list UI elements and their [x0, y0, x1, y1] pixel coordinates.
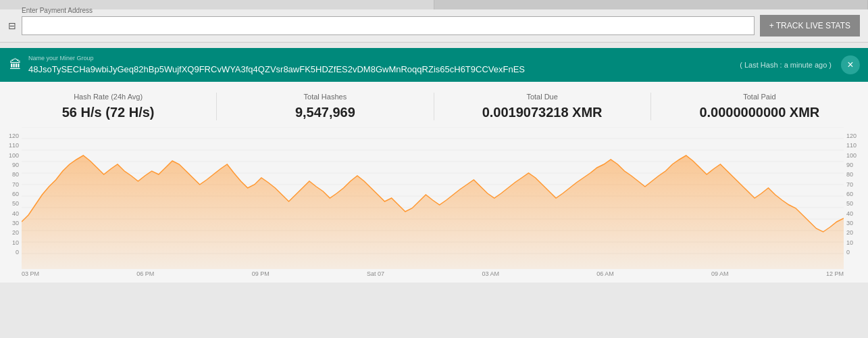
miner-info: Name your Miner Group 48JsoTySECHa9wbiJy…: [28, 55, 525, 75]
x-label-7: 09 AM: [711, 270, 729, 277]
payment-address-label: Enter Payment Address: [22, 7, 93, 14]
stat-hash-rate-value: 56 H/s (72 H/s): [0, 105, 216, 120]
stat-hash-rate: Hash Rate (24h Avg) 56 H/s (72 H/s): [0, 93, 217, 120]
stat-total-due-value: 0.0019073218 XMR: [434, 105, 650, 120]
stat-total-hashes-value: 9,547,969: [217, 105, 433, 120]
x-label-1: 03 PM: [22, 270, 39, 277]
payment-input-wrapper: Enter Payment Address: [22, 16, 755, 35]
x-label-4: Sat 07: [367, 270, 384, 277]
miner-name-label: Name your Miner Group: [28, 55, 525, 62]
x-label-8: 12 PM: [826, 270, 844, 277]
miner-address: 48JsoTySECHa9wbiJyGeq82hBp5WujfXQ9FRCvWY…: [28, 64, 525, 74]
stat-hash-rate-label: Hash Rate (24h Avg): [0, 93, 216, 101]
hash-rate-chart: [22, 127, 844, 269]
x-label-2: 06 PM: [136, 270, 154, 277]
y-axis-left: 120 110 100 90 80 70 60 50 40 30 20 10 0: [0, 127, 22, 269]
x-label-3: 09 PM: [252, 270, 270, 277]
x-label-6: 06 AM: [596, 270, 614, 277]
top-tab-bar: [0, 0, 868, 9]
stat-total-due: Total Due 0.0019073218 XMR: [434, 93, 651, 120]
stat-total-hashes-label: Total Hashes: [217, 93, 433, 101]
miner-close-button[interactable]: ×: [841, 55, 860, 74]
x-axis: 03 PM 06 PM 09 PM Sat 07 03 AM 06 AM 09 …: [0, 269, 868, 283]
payment-icon: ⊟: [8, 20, 16, 31]
stat-total-paid-label: Total Paid: [651, 93, 868, 101]
stat-total-paid: Total Paid 0.0000000000 XMR: [651, 93, 868, 120]
stat-total-paid-value: 0.0000000000 XMR: [651, 105, 868, 120]
x-label-5: 03 AM: [482, 270, 499, 277]
chart-area: 120 110 100 90 80 70 60 50 40 30 20 10 0: [0, 127, 868, 283]
stats-row: Hash Rate (24h Avg) 56 H/s (72 H/s) Tota…: [0, 82, 868, 127]
tab-2[interactable]: [434, 0, 869, 9]
y-axis-right: 120 110 100 90 80 70 60 50 40 30 20 10 0: [844, 127, 868, 269]
payment-address-row: ⊟ Enter Payment Address + TRACK LIVE STA…: [0, 9, 868, 43]
miner-bank-icon: 🏛: [9, 58, 22, 72]
miner-banner: 🏛 Name your Miner Group 48JsoTySECHa9wbi…: [0, 48, 868, 82]
track-live-stats-button[interactable]: + TRACK LIVE STATS: [760, 15, 860, 37]
stat-total-due-label: Total Due: [434, 93, 650, 101]
stat-total-hashes: Total Hashes 9,547,969: [217, 93, 434, 120]
payment-address-input[interactable]: [22, 16, 755, 35]
chart-container: 120 110 100 90 80 70 60 50 40 30 20 10 0: [0, 127, 868, 269]
